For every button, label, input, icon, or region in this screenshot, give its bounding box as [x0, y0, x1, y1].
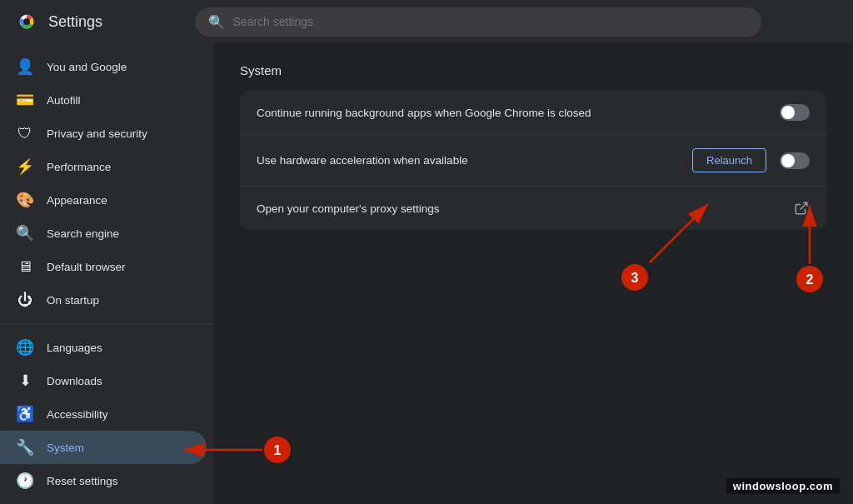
- appearance-icon: 🎨: [17, 192, 33, 208]
- startup-icon: ⏻: [17, 292, 33, 308]
- browser-icon: 🖥: [17, 258, 33, 275]
- sidebar-label-on-startup: On startup: [47, 294, 99, 307]
- sidebar-label-system: System: [47, 442, 84, 454]
- sidebar-item-system[interactable]: 🔧 System: [0, 431, 207, 464]
- autofill-icon: 💳: [17, 92, 33, 108]
- sidebar-item-you-and-google[interactable]: 👤 You and Google: [0, 50, 207, 83]
- sidebar: 👤 You and Google 💳 Autofill 🛡 Privacy an…: [0, 43, 213, 504]
- sidebar-label-downloads: Downloads: [47, 375, 102, 387]
- toggle-background-apps[interactable]: [780, 104, 810, 121]
- header: Settings 🔍: [0, 0, 853, 43]
- sidebar-item-performance[interactable]: ⚡ Performance: [0, 150, 207, 183]
- svg-point-1: [23, 18, 30, 25]
- sidebar-item-on-startup[interactable]: ⏻ On startup: [0, 283, 207, 317]
- sidebar-item-privacy-security[interactable]: 🛡 Privacy and security: [0, 117, 207, 150]
- sidebar-label-default-browser: Default browser: [47, 261, 126, 273]
- main-layout: 👤 You and Google 💳 Autofill 🛡 Privacy an…: [0, 43, 853, 504]
- setting-row-proxy: Open your computer's proxy settings: [240, 187, 826, 230]
- sidebar-label-privacy-security: Privacy and security: [47, 127, 147, 140]
- reset-icon: 🕐: [17, 472, 33, 489]
- languages-icon: 🌐: [17, 339, 33, 356]
- content-area: System Continue running background apps …: [213, 43, 853, 504]
- user-icon: 👤: [17, 58, 33, 75]
- sidebar-item-default-browser[interactable]: 🖥 Default browser: [0, 250, 207, 283]
- sidebar-label-reset-settings: Reset settings: [47, 475, 118, 487]
- sidebar-label-appearance: Appearance: [47, 194, 107, 207]
- svg-line-2: [801, 202, 807, 209]
- performance-icon: ⚡: [17, 158, 33, 175]
- sidebar-item-languages[interactable]: 🌐 Languages: [0, 331, 207, 364]
- sidebar-item-accessibility[interactable]: ♿ Accessibility: [0, 397, 207, 431]
- sidebar-item-downloads[interactable]: ⬇ Downloads: [0, 364, 207, 397]
- setting-label-proxy: Open your computer's proxy settings: [257, 202, 780, 215]
- setting-label-background-apps: Continue running background apps when Go…: [257, 107, 766, 119]
- downloads-icon: ⬇: [17, 372, 33, 389]
- settings-card: Continue running background apps when Go…: [240, 91, 826, 230]
- relaunch-button[interactable]: Relaunch: [692, 148, 766, 172]
- setting-label-hardware-accel: Use hardware acceleration when available: [257, 154, 679, 167]
- shield-icon: 🛡: [17, 125, 33, 142]
- sidebar-label-autofill: Autofill: [47, 94, 81, 107]
- sidebar-label-performance: Performance: [47, 161, 111, 173]
- sidebar-label-languages: Languages: [47, 342, 102, 354]
- accessibility-icon: ♿: [17, 406, 33, 422]
- sidebar-item-search-engine[interactable]: 🔍 Search engine: [0, 217, 207, 250]
- setting-row-background-apps: Continue running background apps when Go…: [240, 91, 826, 135]
- chrome-logo-icon: [13, 8, 40, 35]
- sidebar-label-accessibility: Accessibility: [47, 408, 108, 421]
- section-title: System: [240, 63, 826, 77]
- external-link-icon[interactable]: [793, 200, 810, 217]
- search-icon: 🔍: [208, 14, 225, 30]
- sidebar-divider: [0, 323, 213, 324]
- toggle-hardware-accel[interactable]: [780, 152, 810, 169]
- sidebar-label-you-and-google: You and Google: [47, 61, 127, 73]
- sidebar-item-autofill[interactable]: 💳 Autofill: [0, 83, 207, 117]
- sidebar-label-search-engine: Search engine: [47, 227, 119, 240]
- watermark: windowsloop.com: [726, 478, 840, 494]
- search-bar[interactable]: 🔍: [195, 7, 761, 37]
- search-engine-icon: 🔍: [17, 225, 33, 242]
- app-title: Settings: [48, 13, 102, 31]
- system-icon: 🔧: [17, 439, 33, 456]
- app-logo: Settings: [13, 8, 102, 35]
- setting-row-hardware-accel: Use hardware acceleration when available…: [240, 135, 826, 187]
- sidebar-item-reset-settings[interactable]: 🕐 Reset settings: [0, 464, 207, 497]
- search-input[interactable]: [233, 15, 748, 28]
- sidebar-item-appearance[interactable]: 🎨 Appearance: [0, 183, 207, 217]
